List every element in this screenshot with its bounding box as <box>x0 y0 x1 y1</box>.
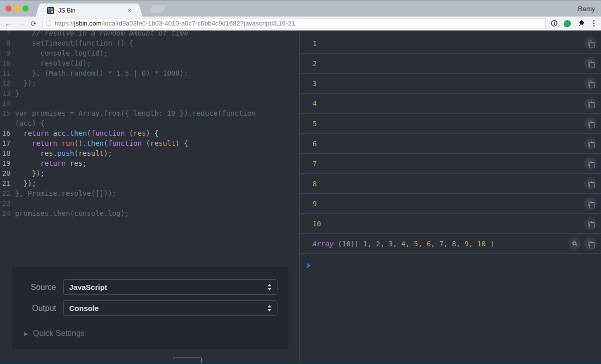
copy-icon <box>588 241 592 246</box>
code-text: }); <box>15 178 36 188</box>
copy-button[interactable] <box>584 77 596 90</box>
pin-extension-icon[interactable] <box>576 19 586 29</box>
copy-button[interactable] <box>584 57 596 70</box>
array-item: 5 <box>414 240 418 248</box>
array-suffix: ] <box>486 240 494 248</box>
copy-button[interactable] <box>584 97 596 110</box>
row-icons <box>584 137 596 150</box>
copy-button[interactable] <box>584 237 596 250</box>
back-icon[interactable]: ← <box>5 20 12 27</box>
browser-tab-bar: JS Bin × Remy <box>0 0 601 17</box>
url-text: https://jsbin.com/local/d9a03fe0-1b03-40… <box>55 20 295 27</box>
code-token <box>15 159 41 167</box>
output-select-value: Console <box>69 304 99 312</box>
array-item: 3 <box>389 240 393 248</box>
info-extension-icon[interactable] <box>551 20 557 27</box>
output-select[interactable]: Console <box>63 300 277 316</box>
code-line: 24promises.then(console.log); <box>0 208 299 218</box>
line-number <box>0 118 15 128</box>
browser-tab[interactable]: JS Bin × <box>42 4 136 17</box>
code-token: return <box>32 139 58 147</box>
tab-close-icon[interactable]: × <box>127 7 131 14</box>
console-log-value: 3 <box>313 80 317 88</box>
console-log-row: 8 <box>300 174 601 194</box>
inspect-button[interactable] <box>568 237 581 250</box>
javascript-editor-panel: 7 // resolve in a random amount of time8… <box>0 31 300 364</box>
copy-icon <box>588 181 592 186</box>
line-number: 16 <box>0 128 15 138</box>
close-window-button[interactable] <box>6 6 12 12</box>
array-item: 1 <box>363 240 367 248</box>
quick-settings-label: Quick Settings <box>33 329 85 338</box>
copy-button[interactable] <box>584 217 596 230</box>
code-token: (acc) { <box>15 119 45 127</box>
line-number: 20 <box>0 168 15 178</box>
line-number: 17 <box>0 138 15 148</box>
copy-button[interactable] <box>584 157 596 170</box>
code-token: }, Promise.resolve([])); <box>15 189 116 197</box>
row-icons <box>584 97 596 110</box>
zoom-window-button[interactable] <box>23 6 29 12</box>
stepper-icon <box>267 284 271 290</box>
copy-button[interactable] <box>584 197 596 210</box>
array-prefix: (10)[ <box>334 240 363 248</box>
panel-resize-handle[interactable] <box>173 357 202 362</box>
code-token: }); <box>15 79 36 87</box>
row-icons <box>584 37 596 50</box>
source-select-value: JavaScript <box>69 283 107 291</box>
code-token: return <box>24 129 49 137</box>
code-token: (result); <box>74 149 112 157</box>
copy-button[interactable] <box>584 37 596 50</box>
code-token: result <box>150 139 176 147</box>
code-line: 9 console.log(id); <box>0 48 299 58</box>
code-line: 7 // resolve in a random amount of time <box>0 31 299 38</box>
code-token: then <box>70 129 87 137</box>
copy-icon <box>588 121 592 126</box>
array-separator: , <box>469 240 477 248</box>
code-token: res; <box>66 159 87 167</box>
source-select[interactable]: JavaScript <box>63 279 277 295</box>
code-token: function <box>108 139 141 147</box>
code-token: ) { <box>175 139 188 147</box>
minimize-window-button[interactable] <box>14 6 20 12</box>
array-item: 6 <box>427 240 431 248</box>
code-line: 11 }, (Math.random() * 1.5 | 0) * 1000); <box>0 68 299 78</box>
code-token: }); <box>15 179 36 187</box>
console-log-value: 2 <box>313 60 317 68</box>
console-input-row[interactable] <box>300 254 601 269</box>
address-bar[interactable]: https://jsbin.com/local/d9a03fe0-1b03-40… <box>42 18 546 29</box>
jsbin-window: JS Bin × Remy ← → ⟳ https://jsbin.com/lo… <box>0 0 601 364</box>
reload-icon[interactable]: ⟳ <box>31 20 37 27</box>
console-log-value: 6 <box>313 140 317 148</box>
array-separator: , <box>393 240 401 248</box>
copy-button[interactable] <box>584 177 596 190</box>
console-list: 12345678910Array (10)[ 1, 2, 3, 4, 5, 6,… <box>300 34 601 254</box>
line-number: 22 <box>0 188 15 198</box>
array-separator: , <box>443 240 452 248</box>
code-line: 13} <box>0 88 299 98</box>
copy-button[interactable] <box>584 137 596 150</box>
copy-button[interactable] <box>584 117 596 130</box>
url-path: /local/d9a03fe0-1b03-4010-a0c7-c6bb4c9d1… <box>102 20 295 27</box>
code-token: run <box>62 139 74 147</box>
browser-profile-name[interactable]: Remy <box>578 5 595 13</box>
browser-menu-icon[interactable] <box>593 23 594 24</box>
quick-settings-toggle[interactable]: ▶ Quick Settings <box>12 329 288 338</box>
code-line: 16 return acc.then(function (res) { <box>0 128 299 138</box>
panel-settings-overlay: Source JavaScript Output Console ▶ Quick <box>12 267 288 349</box>
code-text: resolve(id); <box>15 58 91 68</box>
array-item: 4 <box>401 240 405 248</box>
console-log-row: 10 <box>300 214 601 234</box>
line-number: 12 <box>0 78 15 88</box>
green-extension-icon[interactable] <box>564 20 571 27</box>
array-type-label: Array <box>313 240 334 248</box>
line-number: 23 <box>0 198 15 208</box>
editor-code[interactable]: 7 // resolve in a random amount of time8… <box>0 31 299 218</box>
array-separator: , <box>368 240 376 248</box>
page-security-icon[interactable] <box>47 21 51 26</box>
code-text: setTimeout(function () { <box>15 38 133 48</box>
new-tab-button[interactable] <box>150 5 166 13</box>
console-array-value: Array (10)[ 1, 2, 3, 4, 5, 6, 7, 8, 9, 1… <box>313 240 494 248</box>
line-number: 15 <box>0 108 15 118</box>
code-line: 20 }); <box>0 168 299 178</box>
